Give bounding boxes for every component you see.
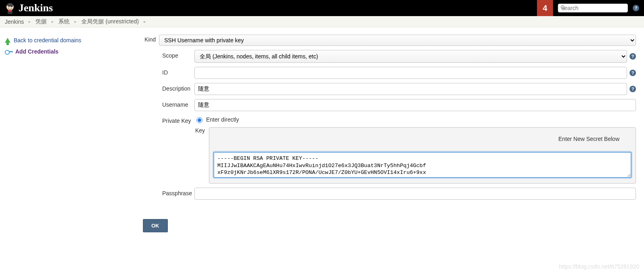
- chevron-right-icon: ▸: [49, 19, 56, 24]
- key-block: Enter New Secret Below: [209, 127, 636, 184]
- id-input[interactable]: [194, 67, 627, 79]
- radio-enter-directly-wrap: Enter directly: [194, 115, 636, 123]
- svg-point-2: [11, 6, 12, 7]
- row-description: Description ?: [162, 83, 636, 95]
- username-input[interactable]: [194, 99, 636, 111]
- radio-enter-directly[interactable]: [196, 117, 202, 123]
- header-left: Jenkins: [5, 2, 53, 14]
- help-icon[interactable]: ?: [630, 53, 636, 60]
- description-input[interactable]: [194, 83, 627, 95]
- label-key: Key: [194, 126, 209, 134]
- chevron-right-icon: ▸: [72, 19, 79, 24]
- help-icon[interactable]: ?: [633, 5, 639, 11]
- row-key: Key Enter New Secret Below: [194, 126, 636, 184]
- passphrase-input[interactable]: [194, 188, 636, 200]
- row-kind: Kind SSH Username with private key: [143, 35, 636, 46]
- label-description: Description: [162, 83, 194, 92]
- header-bar: Jenkins 4 ?: [0, 0, 644, 16]
- label-scope: Scope: [162, 50, 194, 59]
- sidebar-item-add-credentials[interactable]: Add Credentials: [5, 46, 138, 57]
- jenkins-logo-icon: [5, 2, 15, 14]
- label-username: Username: [162, 99, 194, 108]
- crumb-global[interactable]: 全局凭据 (unrestricted): [81, 18, 138, 25]
- row-passphrase: Passphrase: [162, 188, 636, 200]
- label-private-key: Private Key: [162, 115, 194, 124]
- key-icon: [5, 49, 12, 54]
- label-kind: Kind: [143, 35, 159, 43]
- header-right: 4 ?: [537, 0, 639, 16]
- row-private-key: Private Key Enter directly Key Enter New…: [162, 115, 636, 184]
- crumb-jenkins[interactable]: Jenkins: [5, 19, 24, 25]
- search-wrap: [558, 4, 628, 12]
- sidebar-item-label: Add Credentials: [15, 48, 58, 55]
- svg-rect-4: [8, 10, 12, 12]
- main-panel: Kind SSH Username with private key Scope…: [143, 31, 644, 248]
- secret-textarea[interactable]: [213, 152, 632, 178]
- enter-secret-below-label: Enter New Secret Below: [213, 136, 632, 142]
- search-input[interactable]: [558, 4, 628, 12]
- ok-button[interactable]: OK: [143, 219, 168, 232]
- breadcrumb: Jenkins ▸ 凭据 ▸ 系统 ▸ 全局凭据 (unrestricted) …: [0, 16, 644, 27]
- scope-select[interactable]: 全局 (Jenkins, nodes, items, all child ite…: [194, 50, 627, 63]
- svg-point-1: [8, 6, 9, 7]
- kind-select[interactable]: SSH Username with private key: [159, 35, 636, 46]
- help-icon[interactable]: ?: [630, 86, 636, 92]
- up-arrow-icon: [5, 38, 10, 43]
- crumb-system[interactable]: 系统: [58, 18, 70, 25]
- sidebar-item-back[interactable]: Back to credential domains: [5, 35, 138, 46]
- body: Back to credential domains Add Credentia…: [0, 27, 644, 248]
- chevron-right-icon: ▸: [26, 19, 33, 24]
- radio-label: Enter directly: [206, 116, 239, 123]
- sidebar-item-label: Back to credential domains: [14, 37, 81, 43]
- label-passphrase: Passphrase: [162, 188, 194, 196]
- alert-count-badge[interactable]: 4: [537, 0, 553, 16]
- row-id: ID ?: [162, 67, 636, 79]
- crumb-credentials[interactable]: 凭据: [35, 18, 47, 25]
- row-username: Username: [162, 99, 636, 111]
- chevron-right-icon: ▸: [141, 19, 148, 24]
- jenkins-name[interactable]: Jenkins: [19, 2, 53, 14]
- row-scope: Scope 全局 (Jenkins, nodes, items, all chi…: [162, 50, 636, 63]
- sidebar: Back to credential domains Add Credentia…: [0, 31, 143, 60]
- help-icon[interactable]: ?: [630, 70, 636, 76]
- label-id: ID: [162, 67, 194, 76]
